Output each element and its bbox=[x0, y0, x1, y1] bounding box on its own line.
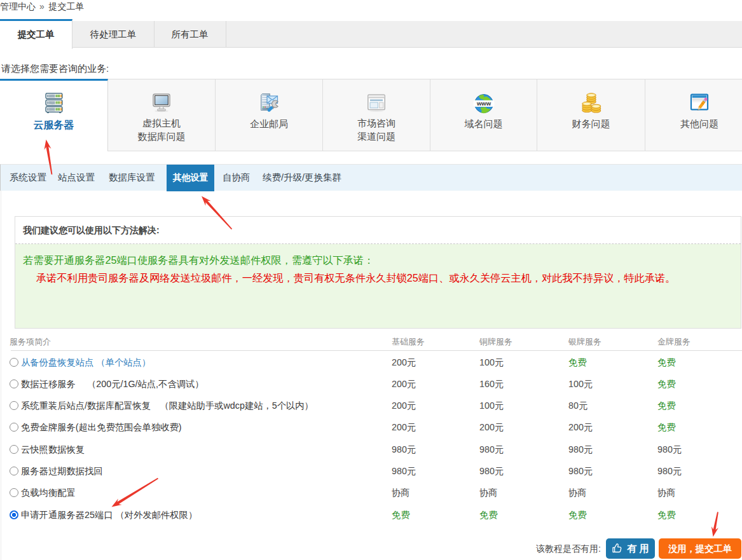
svg-text:www: www bbox=[476, 100, 491, 107]
